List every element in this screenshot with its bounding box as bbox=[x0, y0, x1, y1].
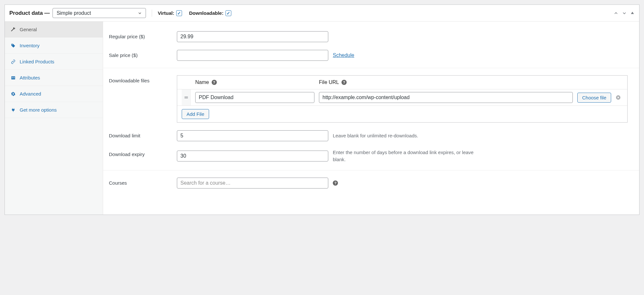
courses-row: Courses ? bbox=[103, 174, 639, 192]
regular-price-input[interactable] bbox=[177, 31, 328, 42]
files-header-name: Name bbox=[195, 79, 209, 85]
download-limit-row: Download limit Leave blank for unlimited… bbox=[103, 126, 639, 145]
product-type-select[interactable]: Simple product bbox=[53, 8, 146, 18]
downloadable-files-row: Downloadable files Name ? File URL ? bbox=[103, 71, 639, 126]
sidebar-item-label: Inventory bbox=[20, 43, 40, 48]
general-tab-content: Regular price ($) Sale price ($) Schedul… bbox=[103, 22, 639, 215]
download-limit-label: Download limit bbox=[109, 130, 172, 138]
download-expiry-help: Enter the number of days before a downlo… bbox=[333, 149, 484, 163]
sidebar-item-label: Linked Products bbox=[20, 59, 54, 64]
panel-body: General Inventory Linked Products Attrib… bbox=[5, 22, 639, 215]
file-name-input[interactable] bbox=[195, 92, 314, 103]
svg-rect-4 bbox=[14, 77, 15, 77]
link-icon bbox=[11, 60, 16, 64]
sidebar-item-label: Advanced bbox=[20, 91, 41, 97]
sale-price-row: Sale price ($) Schedule bbox=[103, 46, 639, 65]
panel-header: Product data — Simple product Virtual: ✓… bbox=[5, 5, 639, 22]
files-header-url: File URL bbox=[319, 79, 339, 85]
sidebar-item-linked-products[interactable]: Linked Products bbox=[5, 54, 103, 70]
downloadable-checkbox[interactable]: ✓ bbox=[226, 10, 231, 16]
downloadable-label: Downloadable: bbox=[189, 10, 224, 16]
sidebar-item-label: Get more options bbox=[20, 107, 57, 113]
regular-price-row: Regular price ($) bbox=[103, 27, 639, 46]
help-icon[interactable]: ? bbox=[212, 80, 217, 85]
download-expiry-row: Download expiry Enter the number of days… bbox=[103, 145, 639, 167]
product-data-sidebar: General Inventory Linked Products Attrib… bbox=[5, 22, 103, 215]
sidebar-item-general[interactable]: General bbox=[5, 22, 103, 38]
move-down-icon[interactable] bbox=[622, 11, 627, 16]
help-icon[interactable]: ? bbox=[333, 180, 338, 186]
downloadable-label-group: Downloadable: ✓ bbox=[189, 10, 231, 16]
download-limit-help: Leave blank for unlimited re-downloads. bbox=[333, 132, 418, 139]
add-file-button[interactable]: Add File bbox=[182, 109, 209, 119]
wrench-icon bbox=[11, 27, 16, 32]
svg-rect-5 bbox=[14, 78, 15, 78]
download-expiry-input[interactable] bbox=[177, 151, 328, 161]
regular-price-label: Regular price ($) bbox=[109, 31, 172, 39]
choose-file-button[interactable]: Choose file bbox=[577, 93, 611, 103]
file-row: Choose file bbox=[177, 89, 627, 106]
sidebar-item-get-more-options[interactable]: Get more options bbox=[5, 102, 103, 118]
svg-rect-2 bbox=[12, 77, 13, 77]
list-icon bbox=[11, 76, 16, 80]
downloadable-files-table: Name ? File URL ? bbox=[177, 75, 628, 123]
move-up-icon[interactable] bbox=[613, 11, 619, 16]
downloadable-files-label: Downloadable files bbox=[109, 75, 172, 83]
virtual-label: Virtual: bbox=[158, 10, 174, 16]
panel-title: Product data — bbox=[9, 10, 50, 16]
divider bbox=[152, 10, 152, 17]
sidebar-item-advanced[interactable]: Advanced bbox=[5, 86, 103, 102]
gear-icon bbox=[11, 92, 16, 96]
file-url-input[interactable] bbox=[319, 92, 573, 103]
svg-rect-3 bbox=[12, 78, 13, 78]
sale-price-label: Sale price ($) bbox=[109, 50, 172, 58]
sidebar-item-attributes[interactable]: Attributes bbox=[5, 70, 103, 86]
schedule-link[interactable]: Schedule bbox=[333, 52, 354, 58]
sidebar-item-label: General bbox=[20, 27, 37, 32]
virtual-label-group: Virtual: ✓ bbox=[158, 10, 182, 16]
sidebar-item-label: Attributes bbox=[20, 75, 40, 80]
courses-label: Courses bbox=[109, 178, 172, 186]
files-header: Name ? File URL ? bbox=[177, 76, 627, 89]
tag-icon bbox=[11, 43, 16, 48]
drag-handle-icon[interactable] bbox=[182, 89, 191, 106]
help-icon[interactable]: ? bbox=[341, 80, 347, 85]
delete-file-icon[interactable] bbox=[614, 95, 623, 100]
panel-toggle-icons bbox=[613, 11, 635, 16]
sidebar-item-inventory[interactable]: Inventory bbox=[5, 38, 103, 54]
product-data-panel: Product data — Simple product Virtual: ✓… bbox=[5, 5, 639, 215]
sale-price-input[interactable] bbox=[177, 50, 328, 61]
download-expiry-label: Download expiry bbox=[109, 149, 172, 157]
virtual-checkbox[interactable]: ✓ bbox=[176, 10, 182, 16]
product-type-select-wrap: Simple product bbox=[53, 8, 146, 18]
courses-search-input[interactable] bbox=[177, 178, 328, 189]
svg-marker-0 bbox=[631, 12, 634, 14]
files-footer: Add File bbox=[177, 106, 627, 122]
collapse-panel-icon[interactable] bbox=[630, 11, 635, 16]
download-limit-input[interactable] bbox=[177, 130, 328, 141]
plug-icon bbox=[11, 108, 16, 112]
